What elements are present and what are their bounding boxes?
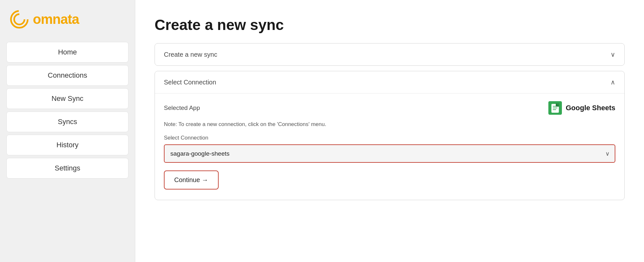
- svg-rect-5: [553, 108, 558, 108]
- sidebar-item-history[interactable]: History: [6, 135, 128, 155]
- selected-app-row: Selected App Google Sheets: [164, 101, 615, 115]
- selected-app-label: Selected App: [164, 104, 200, 112]
- create-sync-panel-header-text: Create a new sync: [164, 51, 217, 58]
- note-text: Note: To create a new connection, click …: [164, 121, 615, 128]
- connection-select[interactable]: sagara-google-sheets: [165, 145, 615, 162]
- select-connection-panel-body: Selected App Google Sheets: [155, 93, 624, 200]
- page-title: Create a new sync: [155, 16, 625, 34]
- nav-menu: Home Connections New Sync Syncs History …: [6, 42, 128, 179]
- create-sync-panel-header[interactable]: Create a new sync ∨: [155, 44, 624, 65]
- svg-point-1: [14, 14, 24, 24]
- sidebar-item-settings[interactable]: Settings: [6, 158, 128, 179]
- sidebar-item-home[interactable]: Home: [6, 42, 128, 63]
- select-connection-panel-header[interactable]: Select Connection ∧: [155, 71, 624, 93]
- logo: omnata: [6, 10, 79, 29]
- sidebar-item-syncs[interactable]: Syncs: [6, 112, 128, 132]
- svg-rect-6: [553, 109, 556, 110]
- selected-app-value: Google Sheets: [548, 101, 615, 115]
- logo-text: omnata: [33, 12, 79, 27]
- omnata-logo-icon: [10, 10, 29, 29]
- google-sheets-icon: [548, 101, 562, 115]
- select-connection-panel: Select Connection ∧ Selected App: [155, 71, 625, 200]
- selected-app-name: Google Sheets: [566, 104, 615, 112]
- connection-select-wrapper: sagara-google-sheets ∨: [164, 144, 615, 163]
- create-sync-panel: Create a new sync ∨: [155, 43, 625, 66]
- sidebar-item-connections[interactable]: Connections: [6, 65, 128, 86]
- panel1-chevron-icon: ∨: [611, 51, 615, 58]
- panel2-chevron-icon: ∧: [611, 78, 615, 86]
- sidebar: omnata Home Connections New Sync Syncs H…: [0, 0, 135, 262]
- continue-button[interactable]: Continue →: [164, 170, 219, 189]
- main-content: Create a new sync Create a new sync ∨ Se…: [135, 0, 644, 262]
- select-connection-label: Select Connection: [164, 135, 615, 141]
- sidebar-item-new-sync[interactable]: New Sync: [6, 88, 128, 109]
- select-connection-panel-header-text: Select Connection: [164, 79, 216, 86]
